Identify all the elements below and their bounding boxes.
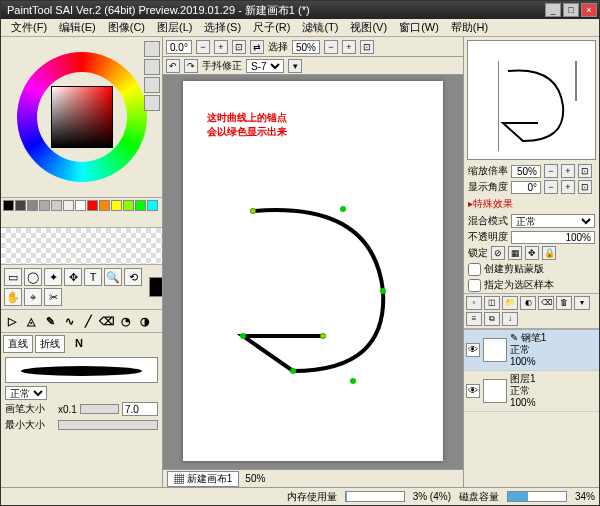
swatch[interactable] [147, 200, 158, 211]
tool-crop[interactable]: ✂ [44, 288, 62, 306]
tool-move[interactable]: ✥ [64, 268, 82, 286]
layer-item-1[interactable]: 👁 图层1正常100% [464, 371, 599, 412]
flatten[interactable]: ≡ [466, 312, 482, 326]
color-tab-1[interactable] [144, 41, 160, 57]
subtool-curve[interactable]: ∿ [61, 313, 77, 329]
ang-dec[interactable]: − [544, 180, 558, 194]
color-tab-3[interactable] [144, 77, 160, 93]
tool-rotate[interactable]: ⟲ [124, 268, 142, 286]
new-folder[interactable]: 📁 [502, 296, 518, 310]
region-check[interactable] [468, 279, 481, 292]
layer-visible-0[interactable]: 👁 [466, 343, 480, 357]
linetype-straight[interactable]: 直线 [3, 335, 33, 353]
blend-select[interactable]: 正常 [511, 214, 595, 228]
subtool-anchor[interactable]: ◬ [23, 313, 39, 329]
rotation-field[interactable]: 0.0° [166, 40, 192, 54]
swatch[interactable] [111, 200, 122, 211]
zoom-val[interactable]: 50% [511, 165, 541, 178]
menu-select[interactable]: 选择(S) [198, 20, 247, 35]
menu-help[interactable]: 帮助(H) [445, 20, 494, 35]
lock-pos[interactable]: ✥ [525, 246, 539, 260]
lock-none[interactable]: ⊘ [491, 246, 505, 260]
dup-layer[interactable]: ⧉ [484, 312, 500, 326]
rot-dec[interactable]: − [196, 40, 210, 54]
select-pct[interactable]: 50% [292, 40, 320, 54]
tool-zoom[interactable]: 🔍 [104, 268, 122, 286]
brush-size-input[interactable] [122, 402, 158, 416]
tool-marquee[interactable]: ▭ [4, 268, 22, 286]
color-picker[interactable] [1, 37, 162, 197]
subtool-erase[interactable]: ⌫ [99, 313, 115, 329]
color-tab-4[interactable] [144, 95, 160, 111]
navigator[interactable] [467, 40, 596, 160]
xfer-down[interactable]: ↓ [502, 312, 518, 326]
zoom-out[interactable]: − [544, 164, 558, 178]
n-icon[interactable]: N [71, 335, 87, 351]
subtool-arrow[interactable]: ▷ [4, 313, 20, 329]
swatch[interactable] [87, 200, 98, 211]
subtool-pen[interactable]: ✎ [42, 313, 58, 329]
maximize-button[interactable]: □ [563, 3, 579, 17]
fx-header[interactable]: ▸特殊效果 [464, 195, 599, 213]
sel-inc[interactable]: + [342, 40, 356, 54]
ang-reset[interactable]: ⊡ [578, 180, 592, 194]
swatch[interactable] [15, 200, 26, 211]
menu-file[interactable]: 文件(F) [5, 20, 53, 35]
layer-mask[interactable]: ◐ [520, 296, 536, 310]
new-linework[interactable]: ◫ [484, 296, 500, 310]
menu-filter[interactable]: 滤镜(T) [296, 20, 344, 35]
minimize-button[interactable]: _ [545, 3, 561, 17]
menu-image[interactable]: 图像(C) [102, 20, 151, 35]
redo-btn[interactable]: ↷ [184, 59, 198, 73]
ang-inc[interactable]: + [561, 180, 575, 194]
tool-text[interactable]: T [84, 268, 102, 286]
tool-picker[interactable]: ⌖ [24, 288, 42, 306]
rot-inc[interactable]: + [214, 40, 228, 54]
menu-edit[interactable]: 编辑(E) [53, 20, 102, 35]
min-size-slider[interactable] [58, 420, 158, 430]
brush-size-slider[interactable] [80, 404, 119, 414]
tool-lasso[interactable]: ◯ [24, 268, 42, 286]
close-button[interactable]: × [581, 3, 597, 17]
new-layer[interactable]: ▫ [466, 296, 482, 310]
swatch[interactable] [63, 200, 74, 211]
lock-all[interactable]: 🔒 [542, 246, 556, 260]
menu-layer[interactable]: 图层(L) [151, 20, 198, 35]
layer-visible-1[interactable]: 👁 [466, 384, 480, 398]
subtool-weight[interactable]: ◔ [118, 313, 134, 329]
flip-h[interactable]: ⇄ [250, 40, 264, 54]
swatch[interactable] [27, 200, 38, 211]
swatch[interactable] [51, 200, 62, 211]
tool-hand[interactable]: ✋ [4, 288, 22, 306]
layer-item-0[interactable]: 👁 ✎ 钢笔1正常100% [464, 330, 599, 371]
zoom-in[interactable]: + [561, 164, 575, 178]
stab-opt[interactable]: ▾ [288, 59, 302, 73]
fg-color[interactable] [149, 277, 163, 297]
layer-del[interactable]: 🗑 [556, 296, 572, 310]
opacity-val[interactable]: 100% [511, 231, 595, 244]
texture-area[interactable] [1, 227, 162, 265]
menu-ruler[interactable]: 尺子(R) [247, 20, 296, 35]
merge-down[interactable]: ▾ [574, 296, 590, 310]
swatch[interactable] [135, 200, 146, 211]
brush-mode-select[interactable]: 正常 [5, 386, 47, 400]
linetype-poly[interactable]: 折线 [35, 335, 65, 353]
undo-btn[interactable]: ↶ [166, 59, 180, 73]
doc-tab[interactable]: ▦ 新建画布1 [167, 471, 239, 487]
color-square[interactable] [51, 86, 113, 148]
menu-view[interactable]: 视图(V) [344, 20, 393, 35]
layer-clear[interactable]: ⌫ [538, 296, 554, 310]
zoom-fit[interactable]: ⊡ [578, 164, 592, 178]
canvas[interactable]: 这时曲线上的锚点 会以绿色显示出来 [183, 81, 443, 461]
swatch[interactable] [75, 200, 86, 211]
lock-pixel[interactable]: ▦ [508, 246, 522, 260]
stabilizer-select[interactable]: S-7 [246, 59, 284, 73]
swatch[interactable] [99, 200, 110, 211]
subtool-line[interactable]: ╱ [80, 313, 96, 329]
swatch[interactable] [123, 200, 134, 211]
color-tab-2[interactable] [144, 59, 160, 75]
subtool-color[interactable]: ◑ [137, 313, 153, 329]
sel-reset[interactable]: ⊡ [360, 40, 374, 54]
rot-reset[interactable]: ⊡ [232, 40, 246, 54]
angle-val[interactable]: 0° [511, 181, 541, 194]
